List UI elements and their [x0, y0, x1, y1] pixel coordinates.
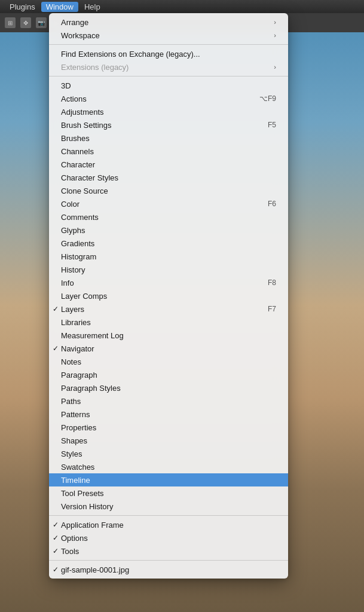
menubar-item-window[interactable]: Window [41, 2, 78, 12]
menu-item-paths[interactable]: Paths [49, 394, 288, 408]
menu-item-paragraph[interactable]: Paragraph [49, 368, 288, 381]
menubar-item-help[interactable]: Help [79, 2, 105, 12]
arrow-icon: › [274, 19, 276, 26]
menu-item-layers[interactable]: ✓ Layers F7 [49, 302, 288, 316]
menu-item-character-styles[interactable]: Character Styles [49, 171, 288, 184]
menu-item-3d[interactable]: 3D [49, 79, 288, 92]
separator-4 [49, 560, 288, 561]
check-icon: ✓ [53, 305, 59, 313]
menu-item-brush-settings[interactable]: Brush Settings F5 [49, 118, 288, 131]
shortcut-layers: F7 [268, 305, 276, 313]
grid-icon[interactable]: ⊞ [5, 17, 16, 28]
menu-item-glyphs[interactable]: Glyphs [49, 224, 288, 237]
menu-item-gradients[interactable]: Gradients [49, 237, 288, 250]
menu-item-libraries[interactable]: Libraries [49, 316, 288, 329]
menu-item-adjustments[interactable]: Adjustments [49, 105, 288, 118]
check-icon: ✓ [53, 547, 59, 555]
menu-item-comments[interactable]: Comments [49, 210, 288, 224]
camera-icon[interactable]: 📷 [36, 17, 47, 28]
check-icon: ✓ [53, 565, 59, 574]
menu-item-workspace[interactable]: Workspace › [49, 29, 288, 42]
menu-item-clone-source[interactable]: Clone Source [49, 184, 288, 197]
menu-item-info[interactable]: Info F8 [49, 276, 288, 289]
check-icon: ✓ [53, 534, 59, 542]
separator-1 [49, 44, 288, 45]
menu-item-character[interactable]: Character [49, 158, 288, 171]
menu-item-gif-sample[interactable]: ✓ gif-sample-0001.jpg [49, 563, 288, 576]
menu-item-options[interactable]: ✓ Options [49, 531, 288, 544]
menu-item-extensions-legacy: Extensions (legacy) › [49, 60, 288, 74]
menu-item-channels[interactable]: Channels [49, 145, 288, 158]
menu-item-tool-presets[interactable]: Tool Presets [49, 486, 288, 500]
menu-item-version-history[interactable]: Version History [49, 500, 288, 513]
move-icon[interactable]: ✥ [20, 17, 31, 28]
menu-item-layer-comps[interactable]: Layer Comps [49, 289, 288, 302]
menu-item-application-frame[interactable]: ✓ Application Frame [49, 518, 288, 531]
shortcut-brush-settings: F5 [268, 121, 276, 129]
separator-2 [49, 76, 288, 76]
menu-item-history[interactable]: History [49, 263, 288, 276]
menu-item-notes[interactable]: Notes [49, 355, 288, 368]
separator-3 [49, 515, 288, 516]
menu-item-find-extensions[interactable]: Find Extensions on Exchange (legacy)... [49, 47, 288, 60]
menu-item-properties[interactable]: Properties [49, 421, 288, 434]
shortcut-info: F8 [268, 279, 276, 287]
shortcut-color: F6 [268, 200, 276, 208]
check-icon: ✓ [53, 521, 59, 529]
menubar: Plugins Window Help [0, 0, 364, 13]
arrow-icon: › [274, 63, 276, 71]
shortcut-actions: ⌥F9 [259, 94, 276, 103]
menu-item-shapes[interactable]: Shapes [49, 434, 288, 447]
menu-item-navigator[interactable]: ✓ Navigator [49, 342, 288, 355]
menu-item-styles[interactable]: Styles [49, 447, 288, 460]
menu-item-brushes[interactable]: Brushes [49, 131, 288, 145]
menu-item-timeline[interactable]: Timeline [49, 473, 288, 486]
menu-item-actions[interactable]: Actions ⌥F9 [49, 92, 288, 105]
menu-item-measurement-log[interactable]: Measurement Log [49, 329, 288, 342]
arrow-icon: › [274, 32, 276, 39]
menu-item-paragraph-styles[interactable]: Paragraph Styles [49, 381, 288, 394]
menu-item-histogram[interactable]: Histogram [49, 250, 288, 263]
menu-item-swatches[interactable]: Swatches [49, 460, 288, 473]
window-menu: Arrange › Workspace › Find Extensions on… [49, 13, 288, 579]
menubar-item-plugins[interactable]: Plugins [5, 2, 40, 12]
menu-item-tools[interactable]: ✓ Tools [49, 544, 288, 558]
menu-item-patterns[interactable]: Patterns [49, 408, 288, 421]
check-icon: ✓ [53, 344, 59, 353]
menu-item-arrange[interactable]: Arrange › [49, 16, 288, 29]
menu-item-color[interactable]: Color F6 [49, 197, 288, 210]
